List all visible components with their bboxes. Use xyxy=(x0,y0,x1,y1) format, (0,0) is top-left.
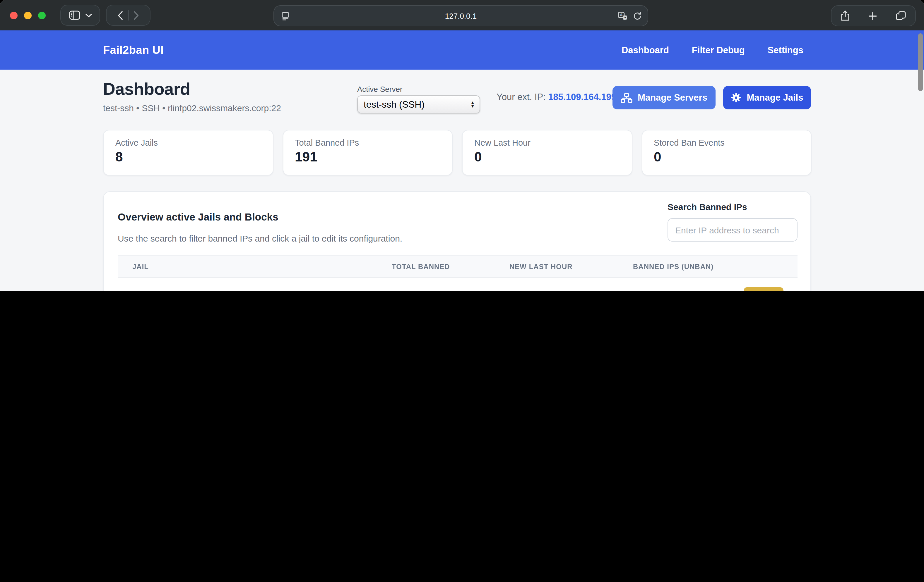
nav-links: Dashboard Filter Debug Settings xyxy=(622,45,804,55)
stat-value: 0 xyxy=(654,149,799,165)
stat-value: 191 xyxy=(295,149,441,165)
external-ip-label: Your ext. IP: xyxy=(497,92,546,102)
stat-label: Stored Ban Events xyxy=(654,138,799,147)
column-header-banned-ips: Banned IPs (Unban) xyxy=(633,262,797,271)
page-subtitle: test-ssh • SSH • rlinfp02.swissmakers.co… xyxy=(103,103,281,113)
stat-card-total-banned: Total Banned IPs 191 xyxy=(282,130,453,176)
stat-card-active-jails: Active Jails 8 xyxy=(103,130,273,176)
manage-jails-button[interactable]: Manage Jails xyxy=(723,86,811,109)
search-input[interactable] xyxy=(668,218,797,242)
browser-window: 127.0.0.1 A ✦ xyxy=(0,0,924,291)
search-banned-ips: Search Banned IPs xyxy=(668,202,797,242)
nav-link-dashboard[interactable]: Dashboard xyxy=(622,45,669,55)
svg-text:A: A xyxy=(620,12,623,17)
stat-value: 0 xyxy=(474,149,620,165)
stat-label: New Last Hour xyxy=(474,138,620,147)
back-button[interactable] xyxy=(113,11,128,20)
share-icon xyxy=(841,10,850,21)
chevron-right-icon xyxy=(134,11,139,20)
zoom-window-button[interactable] xyxy=(38,12,46,19)
share-button[interactable] xyxy=(841,10,850,21)
traffic-lights xyxy=(10,12,46,19)
stat-cards: Active Jails 8 Total Banned IPs 191 New … xyxy=(103,130,812,176)
column-header-jail: Jail xyxy=(132,262,392,271)
manage-jails-label: Manage Jails xyxy=(747,92,804,103)
minimize-window-button[interactable] xyxy=(24,12,31,19)
stat-label: Active Jails xyxy=(116,138,261,147)
tab-overview-button[interactable] xyxy=(896,11,906,20)
page-title: Dashboard xyxy=(103,79,190,99)
stat-card-new-last-hour: New Last Hour 0 xyxy=(462,130,632,176)
select-stepper-icon: ▲▼ xyxy=(470,101,475,108)
history-toolbar-group xyxy=(106,5,150,26)
page-scrollbar[interactable] xyxy=(918,33,923,91)
banned-ip: 113.31.186.146 xyxy=(633,290,695,291)
new-tab-button[interactable] xyxy=(868,12,877,20)
stat-value: 8 xyxy=(116,149,261,165)
sidebar-toggle-button[interactable] xyxy=(69,10,80,20)
brand-link[interactable]: Fail2ban UI xyxy=(103,44,164,56)
sidebar-icon xyxy=(69,10,80,20)
sitemap-icon xyxy=(621,93,632,103)
jails-table: Jail Total Banned New Last Hour Banned I… xyxy=(118,255,797,291)
app: 127.0.0.1 A ✦ xyxy=(0,0,924,291)
nav-link-filter-debug[interactable]: Filter Debug xyxy=(692,45,745,55)
plus-icon xyxy=(868,12,877,20)
active-server-value: test-ssh (SSH) xyxy=(364,99,470,110)
column-header-total-banned: Total Banned xyxy=(392,262,510,271)
search-label: Search Banned IPs xyxy=(668,202,797,212)
new-last-hour-cell: 0 xyxy=(510,278,633,291)
unban-button[interactable]: Unban xyxy=(744,287,784,291)
jail-cell: apache-auth xyxy=(132,278,392,291)
active-server-label: Active Server xyxy=(357,85,403,94)
chevron-left-icon xyxy=(118,11,123,20)
window-actions-group xyxy=(831,5,916,26)
column-header-new-last-hour: New Last Hour xyxy=(510,262,633,271)
translate-button[interactable]: A ✦ xyxy=(618,12,628,20)
stat-card-stored-ban-events: Stored Ban Events 0 xyxy=(642,130,812,176)
active-server-select[interactable]: test-ssh (SSH) ▲▼ xyxy=(357,95,480,113)
svg-text:✦: ✦ xyxy=(624,15,627,19)
sidebar-toolbar-group xyxy=(60,5,100,26)
tabs-icon xyxy=(896,11,906,20)
sidebar-chevron-button[interactable] xyxy=(85,13,92,17)
chevron-down-icon xyxy=(85,13,92,17)
banned-ip-list: 113.31.186.146Unban121.237.36.31Unban121… xyxy=(633,278,797,291)
url-text[interactable]: 127.0.0.1 xyxy=(274,12,648,20)
translate-icon: A ✦ xyxy=(618,12,628,20)
close-window-button[interactable] xyxy=(10,12,18,19)
forward-button[interactable] xyxy=(129,11,144,20)
nav-link-settings[interactable]: Settings xyxy=(768,45,804,55)
manage-servers-button[interactable]: Manage Servers xyxy=(612,86,716,109)
reload-button[interactable] xyxy=(633,12,642,20)
overview-panel: Overview active Jails and Blocks Use the… xyxy=(103,191,811,291)
app-navbar: Fail2ban UI Dashboard Filter Debug Setti… xyxy=(0,30,924,70)
manage-servers-label: Manage Servers xyxy=(638,92,707,103)
external-ip-value[interactable]: 185.109.164.199 xyxy=(548,92,616,102)
gear-icon xyxy=(731,92,742,103)
table-header: Jail Total Banned New Last Hour Banned I… xyxy=(118,255,797,278)
stat-label: Total Banned IPs xyxy=(295,138,441,147)
address-bar[interactable]: 127.0.0.1 A ✦ xyxy=(274,5,648,26)
browser-toolbar: 127.0.0.1 A ✦ xyxy=(0,0,924,30)
external-ip: Your ext. IP: 185.109.164.199 xyxy=(497,92,616,102)
table-row: apache-auth 19 0 113.31.186.146Unban121.… xyxy=(118,278,797,291)
overview-title: Overview active Jails and Blocks xyxy=(118,211,279,224)
overview-description: Use the search to filter banned IPs and … xyxy=(118,233,402,243)
address-bar-actions: A ✦ xyxy=(618,12,642,20)
total-banned-cell: 19 xyxy=(392,278,510,291)
banned-ip-row: 113.31.186.146Unban xyxy=(633,287,784,291)
reload-icon xyxy=(633,12,642,20)
main-content: Dashboard test-ssh • SSH • rlinfp02.swis… xyxy=(0,70,924,291)
dashboard-page: Dashboard test-ssh • SSH • rlinfp02.swis… xyxy=(103,70,812,291)
